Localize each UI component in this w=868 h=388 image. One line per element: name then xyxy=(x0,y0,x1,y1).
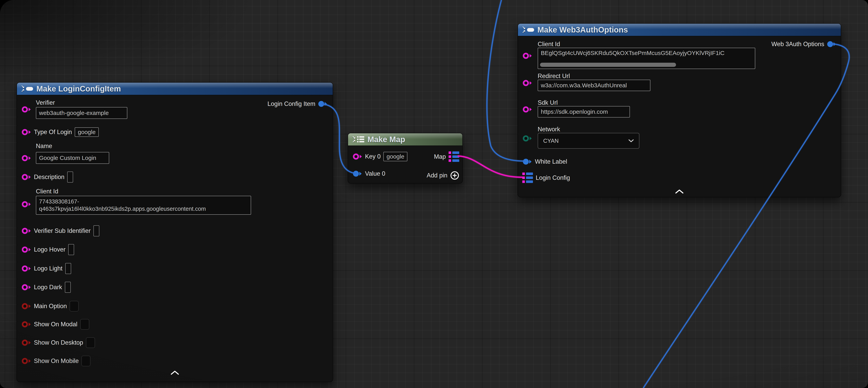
enum-pin-icon[interactable] xyxy=(523,135,532,142)
make-map-icon: ↘↗ xyxy=(352,136,364,143)
make-struct-icon: ↘↗ xyxy=(522,26,534,33)
pin-label-value-0: Value 0 xyxy=(365,170,385,177)
string-pin-icon[interactable] xyxy=(22,174,31,181)
pin-label-client-id: Client Id xyxy=(36,188,58,195)
pin-row-description: Description xyxy=(22,172,73,183)
show-on-desktop-checkbox[interactable] xyxy=(86,337,95,348)
horizontal-scrollbar[interactable] xyxy=(540,63,676,67)
pin-label-main-option: Main Option xyxy=(34,303,67,310)
pin-row-login-config: Login Config xyxy=(522,172,570,184)
logo-hover-input[interactable] xyxy=(68,244,74,255)
node-header-make-map[interactable]: ↘↗ Make Map xyxy=(348,133,462,146)
redirect-url-input[interactable]: w3a://com.w3a.Web3AuthUnreal xyxy=(538,80,650,91)
string-pin-icon[interactable] xyxy=(22,265,31,272)
pin-label-logo-dark: Logo Dark xyxy=(34,284,62,291)
pin-label-key-0: Key 0 xyxy=(365,153,380,160)
pin-row-show-on-desktop: Show On Desktop xyxy=(22,337,95,348)
pin-row-show-on-mobile: Show On Mobile xyxy=(22,355,90,366)
main-option-checkbox[interactable] xyxy=(69,301,79,311)
node-title: Make Map xyxy=(367,135,405,144)
string-pin-icon[interactable] xyxy=(22,106,31,113)
pin-label-network: Network xyxy=(538,126,560,133)
map-pin-icon[interactable] xyxy=(522,172,533,184)
pin-row-add-pin: Add pin xyxy=(427,170,459,181)
pin-label-map: Map xyxy=(434,153,446,160)
pin-row-white-label: White Label xyxy=(523,156,567,167)
wire-map-to-login-config xyxy=(458,156,522,177)
string-pin-icon[interactable] xyxy=(523,106,532,113)
node-title: Make Web3AuthOptions xyxy=(537,25,628,34)
string-pin-icon[interactable] xyxy=(22,246,31,253)
struct-pin-icon[interactable] xyxy=(353,170,362,177)
pin-label-verifier-sub-identifier: Verifier Sub Identifier xyxy=(34,227,91,234)
pin-row-show-on-modal: Show On Modal xyxy=(22,319,89,330)
map-pin-icon[interactable] xyxy=(448,151,459,162)
show-on-modal-checkbox[interactable] xyxy=(80,319,89,330)
pin-label-show-on-modal: Show On Modal xyxy=(34,321,78,328)
chevron-down-icon xyxy=(628,139,634,142)
pin-row-type-of-login: Type Of Login google xyxy=(22,126,99,138)
sdk-url-input[interactable]: https://sdk.openlogin.com xyxy=(538,106,630,118)
add-pin-icon[interactable] xyxy=(450,171,459,180)
bool-pin-icon[interactable] xyxy=(22,357,31,364)
logo-light-input[interactable] xyxy=(65,263,71,274)
struct-pin-icon[interactable] xyxy=(523,158,532,165)
pin-label-white-label: White Label xyxy=(535,158,567,165)
node-header-make-web3authoptions[interactable]: ↘↗ Make Web3AuthOptions xyxy=(518,24,841,36)
pin-label-logo-light: Logo Light xyxy=(34,265,62,272)
bool-pin-icon[interactable] xyxy=(22,321,31,328)
network-dropdown[interactable]: CYAN xyxy=(538,133,639,149)
pin-row-key-0: Key 0 google xyxy=(353,151,407,162)
node-header-make-loginconfigitem[interactable]: ↘↗ Make LoginConfigItem xyxy=(17,83,333,95)
name-input[interactable]: Google Custom Login xyxy=(36,152,109,164)
string-pin-icon[interactable] xyxy=(22,284,31,291)
string-pin-icon[interactable] xyxy=(22,227,31,234)
key-0-input[interactable]: google xyxy=(383,152,407,161)
string-pin-icon[interactable] xyxy=(523,80,532,87)
bool-pin-icon[interactable] xyxy=(22,339,31,346)
string-pin-icon[interactable] xyxy=(22,201,31,208)
verifier-sub-identifier-input[interactable] xyxy=(93,225,99,236)
node-make-loginconfigitem[interactable]: ↘↗ Make LoginConfigItem Login Config Ite… xyxy=(17,82,333,382)
pin-row-logo-hover: Logo Hover xyxy=(22,244,74,255)
node-make-map[interactable]: ↘↗ Make Map Key 0 google Map Value 0 Add… xyxy=(348,133,463,184)
collapse-row xyxy=(518,189,841,194)
blueprint-graph-canvas[interactable]: ↘↗ Make LoginConfigItem Login Config Ite… xyxy=(0,0,868,388)
type-of-login-input[interactable]: google xyxy=(75,127,99,137)
struct-pin-icon[interactable] xyxy=(827,40,836,48)
pin-row-login-config-item-output: Login Config Item xyxy=(268,98,328,110)
pin-label-description: Description xyxy=(34,174,64,181)
description-input[interactable] xyxy=(67,172,73,183)
string-pin-icon[interactable] xyxy=(22,155,31,162)
string-pin-icon[interactable] xyxy=(22,128,31,136)
pin-label-redirect-url: Redirect Url xyxy=(538,72,570,80)
pin-label-show-on-desktop: Show On Desktop xyxy=(34,339,83,346)
string-pin-icon[interactable] xyxy=(523,52,532,59)
pin-label-sdk-url: Sdk Url xyxy=(538,99,558,106)
add-pin-label: Add pin xyxy=(427,172,447,179)
client-id-input[interactable]: BEglQSgt4cUWcj6SKRdu5QkOXTsePmMcusG5EAoy… xyxy=(538,48,755,69)
pin-label-show-on-mobile: Show On Mobile xyxy=(34,357,79,364)
client-id-input[interactable]: 774338308167- q463s7kpvja16l4l0kko3nb925… xyxy=(36,196,251,215)
pin-label-web3auth-options: Web 3Auth Options xyxy=(771,40,824,48)
string-pin-icon[interactable] xyxy=(353,153,362,160)
pin-row-logo-light: Logo Light xyxy=(22,263,71,274)
struct-pin-icon[interactable] xyxy=(318,100,328,108)
make-struct-icon: ↘↗ xyxy=(21,85,33,92)
collapse-row xyxy=(17,370,333,375)
pin-row-main-option: Main Option xyxy=(22,301,79,312)
collapse-chevron-icon[interactable] xyxy=(675,189,684,194)
pin-label-name: Name xyxy=(36,143,52,150)
wire-map-to-login-config-glow xyxy=(458,156,522,177)
verifier-input[interactable]: web3auth-google-example xyxy=(36,107,127,119)
pin-label-verifier: Verifier xyxy=(36,99,55,106)
pin-label: Login Config Item xyxy=(268,100,315,108)
pin-row-map-output: Map xyxy=(434,151,459,162)
show-on-mobile-checkbox[interactable] xyxy=(82,356,90,366)
pin-label-logo-hover: Logo Hover xyxy=(34,246,65,253)
node-make-web3authoptions[interactable]: ↘↗ Make Web3AuthOptions Web 3Auth Option… xyxy=(518,23,841,197)
collapse-chevron-icon[interactable] xyxy=(170,370,179,375)
pin-label-client-id: Client Id xyxy=(538,40,560,48)
logo-dark-input[interactable] xyxy=(65,282,71,293)
bool-pin-icon[interactable] xyxy=(22,303,31,310)
